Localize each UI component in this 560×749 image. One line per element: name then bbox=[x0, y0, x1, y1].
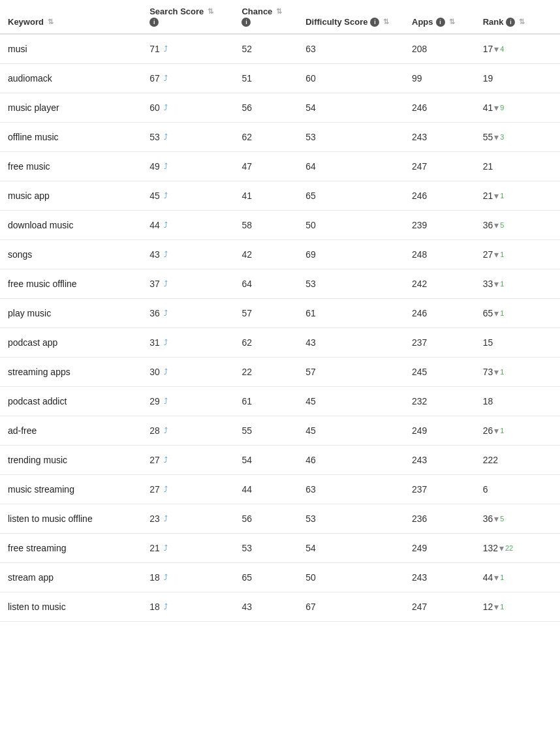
trend-chart-icon[interactable]: ⤴ bbox=[164, 485, 168, 494]
table-row: musi71⤴526320817▾4 bbox=[0, 34, 560, 64]
difficulty-cell: 69 bbox=[298, 240, 404, 269]
rank-value: 132▾22 bbox=[483, 543, 514, 553]
difficulty-sort-icon[interactable]: ⇅ bbox=[383, 18, 389, 26]
trend-chart-icon[interactable]: ⤴ bbox=[164, 455, 168, 465]
keyword-cell: free music offline bbox=[0, 269, 142, 299]
rank-number: 36 bbox=[483, 220, 493, 230]
apps-cell: 208 bbox=[404, 34, 475, 64]
table-row: ad-free28⤴554524926▾1 bbox=[0, 416, 560, 446]
chance-cell: 61 bbox=[234, 387, 298, 416]
rank-separator: ▾ bbox=[494, 308, 499, 318]
search-score-value: 37 bbox=[149, 279, 160, 289]
trend-chart-icon[interactable]: ⤴ bbox=[164, 279, 168, 288]
keyword-cell: music app bbox=[0, 181, 142, 211]
chance-info-icon[interactable]: i bbox=[241, 18, 251, 27]
chance-cell: 54 bbox=[234, 446, 298, 475]
rank-number: 12 bbox=[483, 602, 493, 612]
keyword-cell: audiomack bbox=[0, 64, 142, 93]
rank-change-value: 1 bbox=[500, 427, 504, 435]
keyword-column-header: Keyword ⇅ bbox=[0, 0, 142, 34]
chance-sort-icon[interactable]: ⇅ bbox=[276, 7, 282, 16]
chance-cell: 55 bbox=[234, 416, 298, 446]
table-row: free music49⤴476424721 bbox=[0, 152, 560, 181]
keyword-cell: free music bbox=[0, 152, 142, 181]
table-row: podcast addict29⤴614523218 bbox=[0, 387, 560, 416]
chance-cell: 41 bbox=[234, 181, 298, 211]
difficulty-cell: 45 bbox=[298, 416, 404, 446]
table-row: stream app18⤴655024344▾1 bbox=[0, 563, 560, 592]
apps-cell: 237 bbox=[404, 328, 475, 358]
search-score-value: 53 bbox=[149, 132, 160, 142]
rank-value: 33▾1 bbox=[483, 279, 505, 289]
table-row: free streaming21⤴5354249132▾22 bbox=[0, 534, 560, 563]
search-score-value: 29 bbox=[149, 396, 160, 406]
apps-column-label: Apps bbox=[412, 17, 433, 27]
apps-column-header: Apps i ⇅ bbox=[404, 0, 475, 34]
trend-chart-icon[interactable]: ⤴ bbox=[164, 367, 168, 376]
trend-chart-icon[interactable]: ⤴ bbox=[164, 514, 168, 523]
search-score-sort-icon[interactable]: ⇅ bbox=[208, 7, 213, 16]
table-row: music player60⤴565424641▾9 bbox=[0, 93, 560, 123]
trend-chart-icon[interactable]: ⤴ bbox=[164, 309, 168, 318]
trend-chart-icon[interactable]: ⤴ bbox=[164, 103, 168, 112]
trend-chart-icon[interactable]: ⤴ bbox=[164, 426, 168, 435]
trend-chart-icon[interactable]: ⤴ bbox=[164, 573, 168, 582]
trend-chart-icon[interactable]: ⤴ bbox=[164, 338, 168, 347]
rank-column-label: Rank bbox=[483, 17, 504, 27]
rank-separator: ▾ bbox=[494, 191, 499, 201]
search-score-cell: 18⤴ bbox=[142, 592, 234, 622]
trend-chart-icon[interactable]: ⤴ bbox=[164, 44, 168, 54]
difficulty-column-label: Difficulty Score bbox=[305, 17, 367, 27]
search-score-info-icon[interactable]: i bbox=[149, 18, 159, 27]
trend-chart-icon[interactable]: ⤴ bbox=[164, 397, 168, 406]
difficulty-info-icon[interactable]: i bbox=[370, 18, 379, 27]
keyword-sort-icon[interactable]: ⇅ bbox=[48, 18, 54, 26]
difficulty-cell: 65 bbox=[298, 181, 404, 211]
chance-cell: 44 bbox=[234, 475, 298, 504]
trend-chart-icon[interactable]: ⤴ bbox=[164, 543, 168, 553]
apps-cell: 242 bbox=[404, 269, 475, 299]
trend-chart-icon[interactable]: ⤴ bbox=[164, 602, 168, 611]
apps-cell: 237 bbox=[404, 475, 475, 504]
rank-cell: 73▾1 bbox=[475, 358, 560, 387]
keyword-cell: musi bbox=[0, 34, 142, 64]
apps-sort-icon[interactable]: ⇅ bbox=[449, 18, 455, 26]
trend-chart-icon[interactable]: ⤴ bbox=[164, 250, 168, 259]
rank-number: 65 bbox=[483, 308, 493, 318]
search-score-cell: 31⤴ bbox=[142, 328, 234, 358]
search-score-cell: 49⤴ bbox=[142, 152, 234, 181]
trend-chart-icon[interactable]: ⤴ bbox=[164, 132, 168, 142]
rank-value: 65▾1 bbox=[483, 308, 505, 318]
difficulty-cell: 54 bbox=[298, 534, 404, 563]
chance-cell: 57 bbox=[234, 299, 298, 328]
search-score-value: 30 bbox=[149, 367, 160, 377]
trend-chart-icon[interactable]: ⤴ bbox=[164, 162, 168, 171]
trend-chart-icon[interactable]: ⤴ bbox=[164, 191, 168, 200]
keyword-cell: streaming apps bbox=[0, 358, 142, 387]
chance-cell: 62 bbox=[234, 328, 298, 358]
search-score-value: 18 bbox=[149, 602, 160, 612]
rank-value: 36▾5 bbox=[483, 513, 505, 524]
search-score-cell: 18⤴ bbox=[142, 563, 234, 592]
rank-info-icon[interactable]: i bbox=[506, 18, 515, 27]
table-row: trending music27⤴5446243222 bbox=[0, 446, 560, 475]
search-score-value: 18 bbox=[149, 572, 160, 583]
rank-number: 27 bbox=[483, 249, 493, 260]
trend-chart-icon[interactable]: ⤴ bbox=[164, 221, 168, 230]
rank-cell: 17▾4 bbox=[475, 34, 560, 64]
rank-change-value: 9 bbox=[500, 104, 504, 112]
search-score-cell: 27⤴ bbox=[142, 446, 234, 475]
apps-cell: 239 bbox=[404, 211, 475, 240]
keyword-cell: podcast addict bbox=[0, 387, 142, 416]
rank-number: 21 bbox=[483, 191, 493, 201]
trend-chart-icon[interactable]: ⤴ bbox=[164, 74, 168, 83]
keyword-cell: listen to music bbox=[0, 592, 142, 622]
rank-separator: ▾ bbox=[494, 513, 499, 524]
apps-info-icon[interactable]: i bbox=[436, 18, 445, 27]
rank-cell: 27▾1 bbox=[475, 240, 560, 269]
chance-cell: 47 bbox=[234, 152, 298, 181]
table-row: offline music53⤴625324355▾3 bbox=[0, 123, 560, 152]
rank-number: 73 bbox=[483, 367, 493, 377]
rank-sort-icon[interactable]: ⇅ bbox=[519, 18, 525, 26]
search-score-value: 31 bbox=[149, 337, 160, 348]
